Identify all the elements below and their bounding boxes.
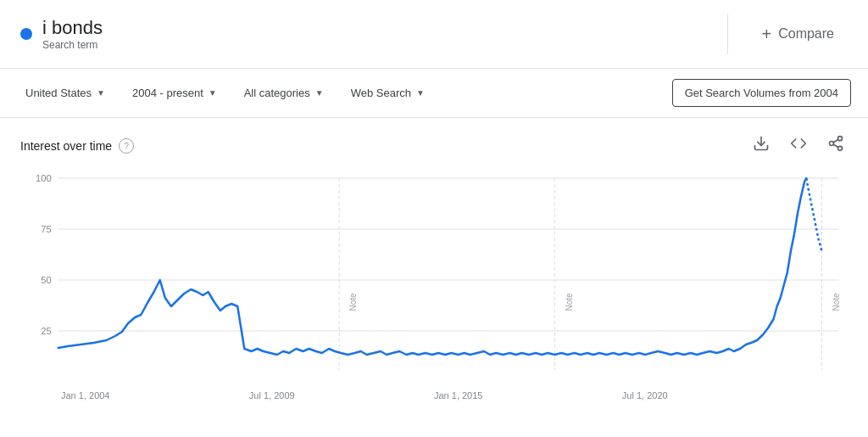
x-label-2009: Jul 1, 2009: [249, 390, 295, 401]
period-filter[interactable]: 2004 - present ▼: [124, 81, 225, 104]
x-label-2004: Jan 1, 2004: [61, 390, 110, 401]
plus-icon: +: [762, 25, 772, 44]
region-arrow-icon: ▼: [97, 88, 105, 98]
svg-line-4: [833, 144, 838, 147]
svg-text:Note: Note: [565, 293, 574, 311]
filters-bar: United States ▼ 2004 - present ▼ All cat…: [0, 69, 868, 118]
region-filter[interactable]: United States ▼: [17, 81, 114, 104]
share-icon: [827, 135, 844, 152]
categories-filter[interactable]: All categories ▼: [236, 81, 332, 104]
categories-arrow-icon: ▼: [315, 88, 324, 98]
svg-text:50: 50: [41, 275, 51, 285]
x-axis-labels: Jan 1, 2004 Jul 1, 2009 Jan 1, 2015 Jul …: [20, 387, 848, 401]
chart-title-row: Interest over time ?: [20, 138, 134, 154]
embed-button[interactable]: [787, 132, 810, 160]
svg-text:75: 75: [41, 224, 51, 234]
get-volumes-button[interactable]: Get Search Volumes from 2004: [672, 79, 851, 107]
svg-text:Note: Note: [832, 293, 841, 311]
search-type-label: Web Search: [351, 87, 411, 99]
term-color-dot: [20, 28, 32, 40]
search-term-block: i bonds Search term: [20, 17, 707, 51]
term-name: i bonds: [42, 17, 103, 39]
trend-chart: 100 75 50 25 Note Note Note: [20, 166, 848, 387]
chart-container: 100 75 50 25 Note Note Note: [20, 166, 848, 387]
categories-label: All categories: [244, 87, 310, 99]
chart-section: Interest over time ?: [0, 118, 868, 401]
header: i bonds Search term + Compare: [0, 0, 868, 69]
term-info: i bonds Search term: [42, 17, 103, 51]
download-button[interactable]: [749, 132, 773, 160]
x-label-2015: Jan 1, 2015: [434, 390, 483, 401]
x-label-2020: Jul 1, 2020: [622, 390, 668, 401]
code-icon: [790, 135, 807, 152]
compare-label: Compare: [778, 26, 834, 42]
svg-text:100: 100: [36, 173, 52, 183]
region-label: United States: [25, 87, 92, 99]
compare-button[interactable]: + Compare: [748, 18, 849, 51]
download-icon: [753, 135, 770, 152]
chart-title: Interest over time: [20, 139, 112, 153]
svg-text:Note: Note: [348, 293, 358, 311]
chart-actions: [749, 132, 848, 160]
header-divider: [727, 14, 728, 54]
svg-text:25: 25: [41, 326, 51, 336]
period-arrow-icon: ▼: [209, 88, 217, 98]
help-icon[interactable]: ?: [119, 138, 134, 154]
svg-line-5: [833, 139, 838, 142]
search-type-arrow-icon: ▼: [416, 88, 425, 98]
period-label: 2004 - present: [132, 87, 203, 99]
search-type-filter[interactable]: Web Search ▼: [342, 81, 433, 104]
term-type: Search term: [42, 39, 103, 51]
chart-header: Interest over time ?: [20, 132, 848, 160]
share-button[interactable]: [824, 132, 848, 160]
